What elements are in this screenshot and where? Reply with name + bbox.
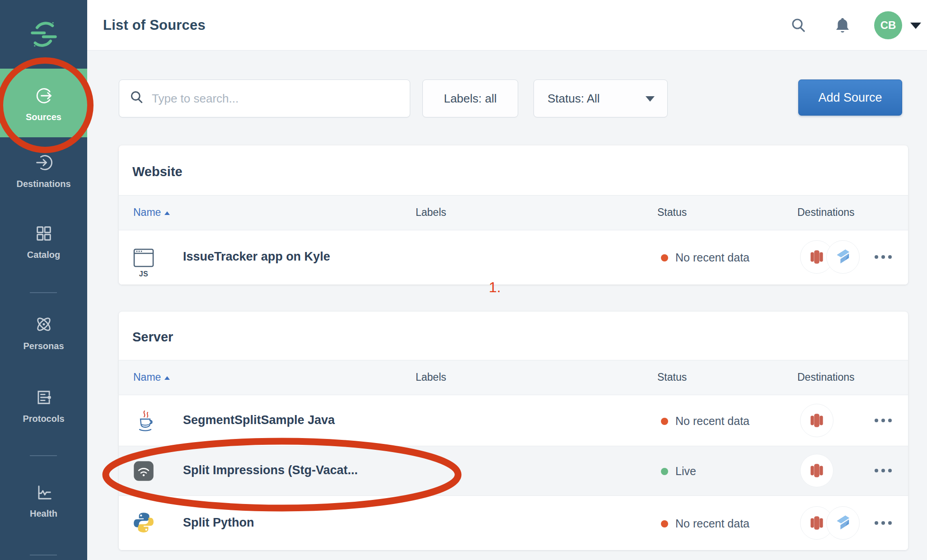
column-header-name[interactable]: Name [133,371,170,383]
sidebar-item-catalog[interactable]: Catalog [0,224,87,260]
section-title: Server [132,330,173,345]
row-actions-button[interactable] [870,414,897,427]
status-cell: No recent data [661,251,749,264]
server-section-card: Server Name Labels Status Destinations S… [119,312,908,550]
sidebar-item-health[interactable]: Health [0,482,87,519]
add-source-button[interactable]: Add Source [798,79,902,116]
row-actions-button[interactable] [870,516,897,530]
status-filter-label: Status: All [548,92,600,106]
status-text: No recent data [675,517,749,530]
java-source-icon [135,410,156,434]
destinations-icon [34,166,54,174]
destination-blue-s-icon[interactable] [826,506,860,540]
source-name[interactable]: SegmentSplitSample Java [183,413,335,427]
labels-filter-button[interactable]: Labels: all [422,79,518,117]
section-title: Website [132,164,183,179]
status-text: No recent data [675,251,749,264]
python-source-icon [132,511,155,536]
avatar[interactable]: CB [874,11,902,39]
status-text: Live [675,465,696,478]
destination-blue-s-icon[interactable] [826,240,860,274]
sidebar-item-label: Catalog [0,250,87,260]
sidebar-item-protocols[interactable]: Protocols [0,387,87,424]
search-icon [129,90,145,107]
destinations-cell [800,404,833,437]
status-dot [661,254,668,261]
sidebar-item-label: Protocols [0,414,87,424]
destinations-cell [800,240,860,274]
sidebar-item-label: Sources [0,112,87,122]
status-dot [661,520,668,527]
status-text: No recent data [675,415,749,428]
table-header: Name Labels Status Destinations [119,360,908,395]
source-row-split-python[interactable]: Split Python No recent data [119,495,908,550]
sources-icon [34,99,54,107]
sidebar-item-sources[interactable]: Sources [0,69,87,137]
column-header-name[interactable]: Name [133,206,170,219]
source-row-java[interactable]: SegmentSplitSample Java No recent data [119,396,908,446]
sidebar-item-label: Personas [0,341,87,351]
source-name[interactable]: Split Impressions (Stg-Vacat... [183,463,358,477]
row-actions-button[interactable] [870,464,897,477]
account-caret-down-icon[interactable] [910,23,921,29]
sidebar: Sources Destinations Catalog [0,0,87,560]
source-row-split-impressions[interactable]: Split Impressions (Stg-Vacat... Live [119,446,908,495]
sidebar-divider [30,555,57,555]
destinations-cell [800,506,860,540]
source-name[interactable]: IssueTracker app on Kyle [183,250,330,264]
status-dot [661,468,668,475]
javascript-source-icon: JS [132,263,155,271]
status-filter-dropdown[interactable]: Status: All [534,79,668,117]
status-cell: No recent data [661,517,749,530]
http-api-source-icon [132,460,155,484]
status-cell: No recent data [661,415,749,428]
sort-asc-icon [164,211,170,215]
status-dot [661,418,668,425]
column-header-labels: Labels [416,371,446,383]
column-header-destinations: Destinations [797,371,855,383]
destination-redshift-icon[interactable] [800,404,833,437]
source-search-box [119,79,410,117]
column-header-status: Status [657,371,687,383]
personas-icon [33,328,54,336]
health-icon [34,496,54,504]
top-bar: List of Sources CB [87,0,927,51]
sidebar-item-destinations[interactable]: Destinations [0,153,87,189]
sidebar-item-personas[interactable]: Personas [0,314,87,351]
destinations-cell [800,454,833,487]
protocols-icon [34,401,54,409]
website-section-card: Website Name Labels Status Destinations … [119,145,908,285]
row-actions-button[interactable] [870,250,897,264]
destination-redshift-icon[interactable] [800,454,833,487]
sidebar-divider [30,455,57,456]
annotation-step-label: 1. [489,279,501,296]
column-header-destinations: Destinations [797,206,855,219]
column-header-status: Status [657,206,687,219]
status-cell: Live [661,465,696,478]
column-header-labels: Labels [416,206,446,219]
source-name[interactable]: Split Python [183,516,254,530]
sidebar-divider [30,292,57,293]
segment-logo[interactable] [0,19,87,50]
sort-asc-icon [164,376,170,380]
sidebar-item-label: Health [0,509,87,519]
table-header: Name Labels Status Destinations [119,195,908,230]
sidebar-item-label: Destinations [0,179,87,189]
page-title: List of Sources [103,17,206,33]
catalog-icon [34,237,54,245]
search-icon[interactable] [790,17,807,36]
chevron-down-icon [646,96,655,102]
search-input[interactable] [152,92,387,106]
notifications-bell-icon[interactable] [833,16,852,37]
source-row-issuetracker[interactable]: JS IssueTracker app on Kyle No recent da… [119,230,908,285]
